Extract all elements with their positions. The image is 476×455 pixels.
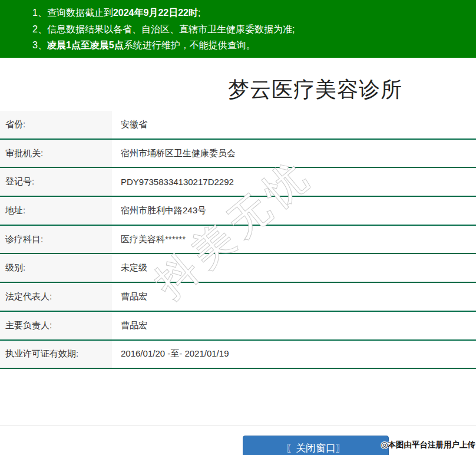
notice-number: 3、 — [32, 40, 47, 50]
row-label: 主要负责人: — [0, 312, 112, 339]
notice-number: 2、 — [32, 24, 47, 34]
row-value: 宿州市胜利中路243号 — [112, 197, 476, 225]
notice-number: 1、 — [32, 8, 47, 18]
row-label: 执业许可证有效期: — [0, 341, 112, 368]
query-result-page: 1、查询数据截止到2024年9月22日22时; 2、信息数据结果以各省、自治区、… — [0, 0, 476, 455]
table-row-main-person-in-charge: 主要负责人: 曹品宏 — [0, 312, 476, 341]
table-row-legal-representative: 法定代表人: 曹品宏 — [0, 283, 476, 312]
row-value: 医疗美容科****** — [112, 226, 476, 253]
row-value: 曹品宏 — [112, 283, 476, 311]
notice-line-1: 1、查询数据截止到2024年9月22日22时; — [32, 5, 476, 21]
row-value: 2016/01/20 -至- 2021/01/19 — [112, 341, 476, 368]
info-table: 省份: 安徽省 审批机关: 宿州市埇桥区卫生健康委员会 登记号: PDY9735… — [0, 111, 476, 369]
table-row-level: 级别: 未定级 — [0, 254, 476, 283]
row-label: 诊疗科目: — [0, 226, 112, 253]
row-value: 安徽省 — [112, 111, 476, 139]
notice-text: 信息数据结果以各省、自治区、直辖市卫生健康委数据为准; — [47, 24, 295, 34]
row-value: 未定级 — [112, 254, 476, 282]
notice-text: ; — [198, 8, 200, 18]
notice-line-2: 2、信息数据结果以各省、自治区、直辖市卫生健康委数据为准; — [32, 21, 476, 38]
table-row-registration-number: 登记号: PDY97358334130217D2292 — [0, 168, 476, 197]
table-row-license-validity: 执业许可证有效期: 2016/01/20 -至- 2021/01/19 — [0, 341, 476, 370]
row-label: 省份: — [0, 111, 112, 139]
row-value: 曹品宏 — [112, 312, 476, 339]
row-label: 级别: — [0, 254, 112, 282]
row-label: 审批机关: — [0, 140, 112, 167]
row-value: 宿州市埇桥区卫生健康委员会 — [112, 140, 476, 167]
notice-line-3: 3、凌晨1点至凌晨5点系统进行维护，不能提供查询。 — [32, 37, 476, 54]
table-row-address: 地址: 宿州市胜利中路243号 — [0, 197, 476, 226]
table-row-province: 省份: 安徽省 — [0, 111, 476, 140]
row-value: PDY97358334130217D2292 — [112, 168, 476, 196]
footer-divider-line — [0, 425, 476, 426]
notice-text: 系统进行维护，不能提供查询。 — [124, 40, 256, 50]
table-row-approval-authority: 审批机关: 宿州市埇桥区卫生健康委员会 — [0, 140, 476, 169]
notice-text-bold: 2024年9月22日22时 — [113, 8, 198, 18]
notice-bar: 1、查询数据截止到2024年9月22日22时; 2、信息数据结果以各省、自治区、… — [0, 0, 476, 58]
close-window-button[interactable]: 〖关闭窗口〗 — [243, 436, 389, 455]
upload-credit-watermark: ◎本图由平台注册用户上传 — [381, 440, 475, 450]
row-label: 登记号: — [0, 168, 112, 196]
table-row-treatment-subjects: 诊疗科目: 医疗美容科****** — [0, 226, 476, 255]
page-title: 梦云医疗美容诊所 — [0, 75, 476, 104]
notice-text: 查询数据截止到 — [47, 8, 113, 18]
row-label: 法定代表人: — [0, 283, 112, 311]
notice-text-bold: 凌晨1点至凌晨5点 — [47, 40, 124, 50]
row-label: 地址: — [0, 197, 112, 225]
